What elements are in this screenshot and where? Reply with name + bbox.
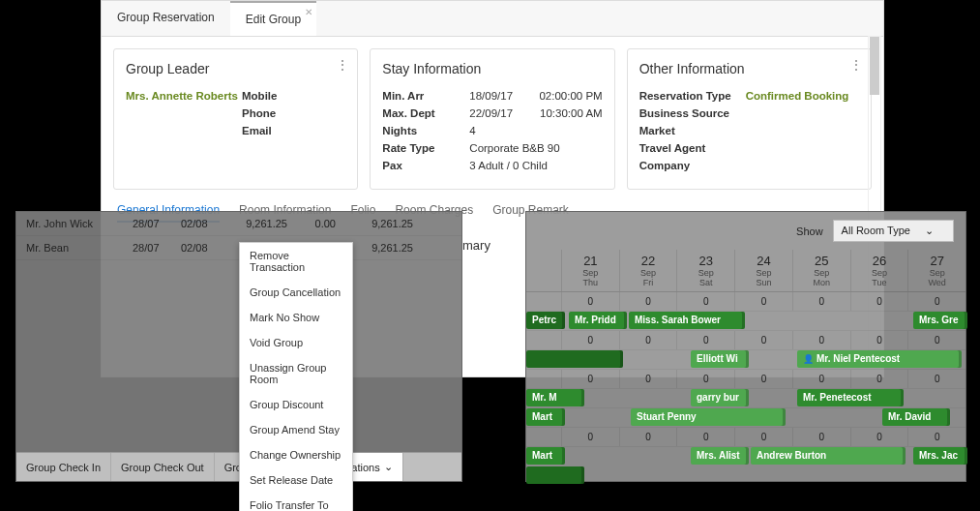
panel-title: Stay Information xyxy=(382,61,602,76)
booking-block[interactable]: Mr. Pridd xyxy=(569,312,627,329)
main-tabs: Group Reservation Edit Group ✕ xyxy=(102,1,883,37)
table-row[interactable]: Mr. John Wick 28/07 02/08 9,261.25 0.00 … xyxy=(16,212,461,236)
tab-group-reservation[interactable]: Group Reservation xyxy=(102,1,230,36)
calendar-header: 21SepThu 22SepFri 23SepSat 24SepSun 25Se… xyxy=(526,250,965,292)
room-type-select[interactable]: All Room Type ⌄ xyxy=(833,220,954,242)
calendar-body: 0000000 Petrc Mr. Pridd Miss. Sarah Bowe… xyxy=(526,292,965,486)
menu-group-amend-stay[interactable]: Group Amend Stay xyxy=(240,417,352,442)
menu-folio-transfer-owner[interactable]: Folio Transfer To Owner xyxy=(240,493,352,511)
label-mobile: Mobile xyxy=(242,90,329,102)
menu-set-release-date[interactable]: Set Release Date xyxy=(240,467,352,493)
booking-block[interactable]: Mrs. Jac xyxy=(913,447,967,465)
panel-title: Other Information xyxy=(639,61,859,76)
booking-block[interactable]: garry bur xyxy=(691,389,749,406)
tab-edit-group[interactable]: Edit Group ✕ xyxy=(230,1,316,36)
chevron-down-icon: ⌄ xyxy=(384,461,393,473)
operations-menu: Remove Transaction Group Cancellation Ma… xyxy=(239,242,353,511)
booking-block[interactable]: Mart xyxy=(526,447,565,465)
booking-block[interactable]: 👤Mr. Niel Pentecost xyxy=(797,350,962,368)
booking-block[interactable]: Mart xyxy=(526,408,565,426)
booking-block[interactable]: Mr. Penetecost xyxy=(797,389,904,406)
menu-change-ownership[interactable]: Change Ownership xyxy=(240,442,352,467)
person-icon: 👤 xyxy=(803,354,814,364)
select-value: All Room Type xyxy=(842,225,910,236)
booking-block[interactable]: Mrs. Gre xyxy=(913,312,967,329)
panel-group-leader: ⋮ Group Leader Mrs. Annette Roberts Mobi… xyxy=(113,48,358,190)
calendar-overlay: Show All Room Type ⌄ 21SepThu 22SepFri 2… xyxy=(525,211,966,482)
booking-block[interactable] xyxy=(526,466,584,484)
booking-block[interactable]: Mr. M xyxy=(526,389,584,406)
booking-block[interactable]: Andrew Burton xyxy=(751,447,906,465)
menu-group-discount[interactable]: Group Discount xyxy=(240,392,352,417)
summary-heading-fragment: mary xyxy=(462,238,525,257)
menu-remove-transaction[interactable]: Remove Transaction xyxy=(240,243,352,280)
booking-block[interactable] xyxy=(526,350,623,368)
kebab-icon[interactable]: ⋮ xyxy=(849,57,863,73)
booking-block[interactable]: Stuart Penny xyxy=(631,408,786,426)
booking-block[interactable]: Petrc xyxy=(526,312,565,329)
group-check-in-button[interactable]: Group Check In xyxy=(16,453,111,481)
panel-stay-info: Stay Information Min. Arr18/09/1702:00:0… xyxy=(370,48,614,190)
kebab-icon[interactable]: ⋮ xyxy=(336,57,349,73)
reservation-type-value: Confirmed Booking xyxy=(746,90,859,102)
menu-mark-no-show[interactable]: Mark No Show xyxy=(240,305,352,330)
show-label: Show xyxy=(796,225,823,237)
leader-name: Mrs. Annette Roberts xyxy=(126,90,242,142)
menu-unassign-group-room[interactable]: Unassign Group Room xyxy=(240,355,352,392)
close-icon[interactable]: ✕ xyxy=(305,7,312,17)
booking-block[interactable]: Elliott Wi xyxy=(691,350,749,368)
menu-group-cancellation[interactable]: Group Cancellation xyxy=(240,280,352,305)
chevron-down-icon: ⌄ xyxy=(925,225,934,236)
menu-void-group[interactable]: Void Group xyxy=(240,330,352,355)
group-check-out-button[interactable]: Group Check Out xyxy=(111,453,215,481)
label-phone: Phone xyxy=(242,107,329,119)
label-email: Email xyxy=(242,125,329,136)
panel-other-info: ⋮ Other Information Reservation TypeConf… xyxy=(627,48,872,190)
scrollbar-thumb[interactable] xyxy=(870,37,879,95)
panel-title: Group Leader xyxy=(126,61,345,76)
booking-block[interactable]: Miss. Sarah Bower xyxy=(629,312,745,329)
tab-label: Edit Group xyxy=(246,13,301,26)
booking-block[interactable]: Mrs. Alist xyxy=(691,447,749,465)
booking-block[interactable]: Mr. David xyxy=(882,408,950,426)
